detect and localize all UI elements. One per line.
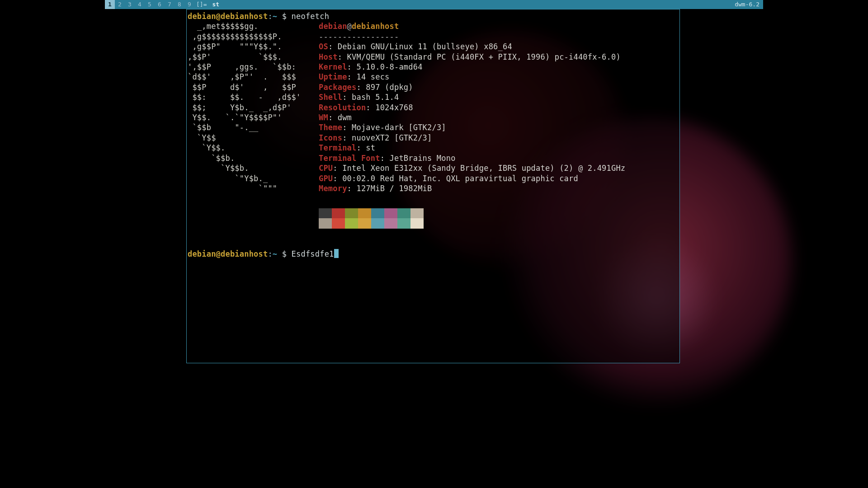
neofetch-key-theme: Theme bbox=[319, 123, 342, 132]
ascii-logo-line: `$$b "-.__ bbox=[188, 122, 319, 132]
ascii-logo-line: ,g$$$$$$$$$$$$$$$P. bbox=[188, 32, 319, 42]
ascii-logo-line: ,g$$P" """Y$$.". bbox=[188, 42, 319, 52]
neofetch-key-memory: Memory bbox=[319, 184, 347, 193]
tag-6[interactable]: 6 bbox=[155, 0, 165, 9]
neofetch-key-terminal-font: Terminal Font bbox=[319, 154, 380, 163]
color-swatch-1-0 bbox=[319, 218, 332, 229]
blank-line bbox=[188, 239, 679, 249]
terminal-window[interactable]: debian@debianhost:~ $ neofetch _,met$$$$… bbox=[186, 9, 680, 363]
neofetch-key-cpu: CPU bbox=[319, 164, 333, 173]
terminal-content[interactable]: debian@debianhost:~ $ neofetch _,met$$$$… bbox=[187, 11, 679, 259]
color-swatch-1-2 bbox=[345, 218, 358, 229]
neofetch-value: : JetBrains Mono bbox=[380, 154, 456, 163]
color-swatch-1-4 bbox=[371, 218, 384, 229]
tag-7[interactable]: 7 bbox=[165, 0, 175, 9]
color-swatch-1-1 bbox=[332, 218, 345, 229]
color-swatch-1-6 bbox=[397, 218, 410, 229]
command-text: neofetch bbox=[292, 12, 329, 21]
color-swatch-0-0 bbox=[319, 208, 332, 219]
neofetch-user: debian bbox=[319, 22, 347, 31]
ascii-logo-line: `"Y$b._ bbox=[188, 174, 319, 183]
ascii-logo-line: `d$$' ,$P"' . $$$ bbox=[188, 72, 319, 82]
ascii-logo-line: `$$b. bbox=[188, 153, 319, 163]
tag-3[interactable]: 3 bbox=[125, 0, 135, 9]
neofetch-value: : nuoveXT2 [GTK2/3] bbox=[342, 133, 432, 142]
cursor bbox=[334, 249, 339, 258]
ascii-logo-line: `Y$$ bbox=[188, 133, 319, 143]
ascii-logo-line: $$; Y$b._ _,d$P' bbox=[188, 103, 319, 113]
neofetch-key-kernel: Kernel bbox=[319, 62, 347, 71]
neofetch-value: : 14 secs bbox=[347, 72, 390, 81]
color-swatch-0-1 bbox=[332, 208, 345, 219]
ascii-logo-line: `""" bbox=[188, 183, 319, 193]
prompt-sep: : bbox=[268, 12, 272, 21]
prompt-sep: : bbox=[268, 249, 272, 258]
neofetch-key-icons: Icons bbox=[319, 133, 342, 142]
color-swatches bbox=[319, 208, 679, 229]
neofetch-value: : dwm bbox=[328, 113, 352, 122]
neofetch-key-host: Host bbox=[319, 52, 338, 61]
color-swatch-0-2 bbox=[345, 208, 358, 219]
prompt-host: debianhost bbox=[221, 249, 268, 258]
neofetch-host: debianhost bbox=[352, 22, 399, 31]
tag-2[interactable]: 2 bbox=[115, 0, 125, 9]
tag-9[interactable]: 9 bbox=[184, 0, 194, 9]
color-swatch-0-4 bbox=[371, 208, 384, 219]
screen-root: 123456789 []= st dwm-6.2 debian@debianho… bbox=[105, 0, 763, 370]
prompt-path: ~ bbox=[273, 12, 277, 21]
prompt-dollar: $ bbox=[277, 249, 291, 258]
ascii-logo-line: Y$$. `.`"Y$$$$P"' bbox=[188, 113, 319, 122]
tag-5[interactable]: 5 bbox=[145, 0, 155, 9]
tag-4[interactable]: 4 bbox=[135, 0, 145, 9]
neofetch-value: : 1024x768 bbox=[366, 103, 413, 112]
neofetch-value: : KVM/QEMU (Standard PC (i440FX + PIIX, … bbox=[338, 52, 621, 61]
neofetch-value: : Debian GNU/Linux 11 (bullseye) x86_64 bbox=[328, 42, 512, 51]
neofetch-key-shell: Shell bbox=[319, 93, 342, 102]
tag-list: 123456789 bbox=[105, 0, 194, 9]
neofetch-key-resolution: Resolution bbox=[319, 103, 366, 112]
ascii-logo-line: $$P d$' , $$P bbox=[188, 82, 319, 92]
neofetch-separator: ----------------- bbox=[319, 32, 399, 41]
neofetch-key-gpu: GPU bbox=[319, 174, 333, 183]
neofetch-value: : 897 (dpkg) bbox=[356, 83, 413, 92]
neofetch-value: : bash 5.1.4 bbox=[342, 93, 399, 102]
neofetch-key-wm: WM bbox=[319, 113, 328, 122]
neofetch-key-packages: Packages bbox=[319, 83, 356, 92]
neofetch-key-uptime: Uptime bbox=[319, 72, 347, 81]
color-swatch-0-3 bbox=[358, 208, 371, 219]
blank-line bbox=[188, 193, 679, 203]
layout-symbol[interactable]: []= bbox=[194, 0, 208, 9]
prompt-dollar: $ bbox=[277, 12, 291, 21]
tag-8[interactable]: 8 bbox=[175, 0, 184, 9]
tag-1[interactable]: 1 bbox=[105, 0, 115, 9]
status-text: dwm-6.2 bbox=[731, 0, 763, 9]
color-swatch-1-5 bbox=[384, 218, 397, 229]
neofetch-key-terminal: Terminal bbox=[319, 143, 356, 152]
neofetch-value: : 5.10.0-8-amd64 bbox=[347, 62, 423, 71]
neofetch-value: : 00:02.0 Red Hat, Inc. QXL paravirtual … bbox=[333, 174, 578, 183]
color-swatch-0-5 bbox=[384, 208, 397, 219]
neofetch-value: : st bbox=[356, 143, 375, 152]
prompt-user: debian bbox=[188, 249, 216, 258]
ascii-logo-line: ',$$P ,ggs. `$$b: bbox=[188, 62, 319, 72]
prompt-user: debian bbox=[188, 12, 216, 21]
prompt-path: ~ bbox=[273, 249, 277, 258]
color-swatch-0-7 bbox=[410, 208, 424, 219]
ascii-logo-line: _,met$$$$$gg. bbox=[188, 21, 319, 31]
ascii-logo-line: ,$$P' `$$$. bbox=[188, 52, 319, 62]
ascii-logo-line: $$: $$. - ,d$$' bbox=[188, 92, 319, 102]
neofetch-value: : 127MiB / 1982MiB bbox=[347, 184, 432, 193]
neofetch-value: : Mojave-dark [GTK2/3] bbox=[342, 123, 446, 132]
ascii-logo-line: `Y$$. bbox=[188, 143, 319, 153]
window-title: st bbox=[208, 0, 223, 9]
prompt-at: @ bbox=[216, 12, 221, 21]
neofetch-value: : Intel Xeon E312xx (Sandy Bridge, IBRS … bbox=[333, 164, 625, 173]
prompt-host: debianhost bbox=[221, 12, 268, 21]
color-swatch-1-7 bbox=[410, 218, 424, 229]
ascii-logo-line: `Y$$b. bbox=[188, 163, 319, 173]
color-swatch-1-3 bbox=[358, 218, 371, 229]
command-input[interactable]: Esdfsdfe1 bbox=[292, 249, 334, 258]
dwm-bar: 123456789 []= st dwm-6.2 bbox=[105, 0, 763, 9]
neofetch-key-os: OS bbox=[319, 42, 328, 51]
color-swatch-0-6 bbox=[397, 208, 410, 219]
